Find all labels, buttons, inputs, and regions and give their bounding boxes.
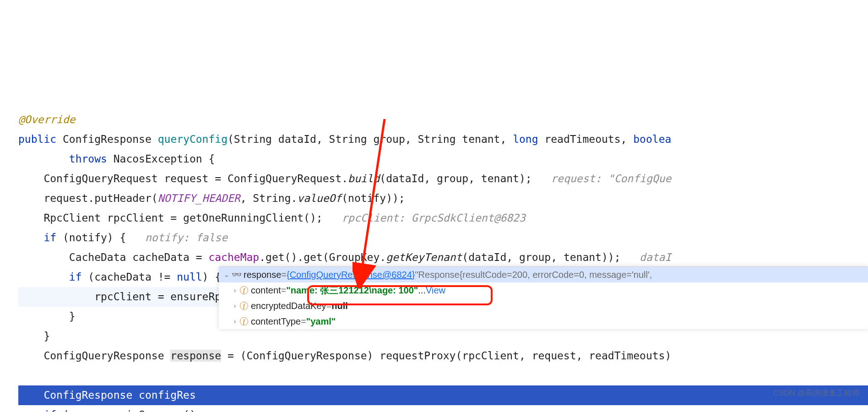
exec-line-text: ConfigResponse configRes <box>43 389 195 401</box>
debug-row-encrypted[interactable]: › f encryptedDataKey = null <box>219 298 868 314</box>
code-editor[interactable]: @Override public ConfigResponse queryCon… <box>0 79 868 412</box>
const-notify-header: NOTIFY_HEADER <box>158 192 240 204</box>
chevron-down-icon[interactable]: ⌄ <box>222 267 231 282</box>
eq2: = <box>281 282 287 298</box>
inline-hint-rpcclient: rpcClient: GrpcSdkClient@6823 <box>342 212 526 224</box>
field-icon: f <box>240 302 248 310</box>
line-3b: (dataId, group, tenant); <box>380 173 532 184</box>
field-icon: f <box>240 286 248 294</box>
chevron-right-icon[interactable]: › <box>231 314 239 329</box>
line-12a: ConfigQueryResponse <box>43 350 170 362</box>
field-cachemap: cacheMap <box>208 251 259 263</box>
line-7b: .get().get(GroupKey. <box>259 251 386 263</box>
glasses-icon: 👓 <box>232 267 242 282</box>
kw-boolean: boolea <box>633 133 671 145</box>
line-5: RpcClient rpcClient = getOneRunningClien… <box>43 212 322 224</box>
chevron-right-icon[interactable]: › <box>231 282 239 298</box>
line-8b: ) { <box>202 271 222 283</box>
eq4: = <box>301 314 306 329</box>
kw-if-1: if <box>43 232 56 244</box>
debug-row-contenttype[interactable]: › f contentType = "yaml" <box>219 314 868 329</box>
eq3: = <box>326 298 332 314</box>
line-14a: (response.isSuccess() <box>56 409 196 412</box>
chevron-right-icon[interactable]: › <box>231 298 239 314</box>
debug-val-content: "name: 张三121212\nage: 100" <box>286 282 418 298</box>
var-response: response <box>170 350 221 362</box>
line-10: } <box>69 310 76 322</box>
method-name: queryConfig <box>158 133 228 145</box>
kw-long: long <box>513 133 538 145</box>
line-11: } <box>43 330 50 342</box>
inline-hint-request: request: "ConfigQue <box>551 173 671 184</box>
inline-hint-dataid: dataI <box>640 251 671 263</box>
signature-part1: (String dataId, String group, String ten… <box>228 133 513 145</box>
debug-type-link[interactable]: {ConfigQueryResponse@6824} <box>287 267 415 282</box>
debug-var-response: response <box>244 267 281 282</box>
throws-type: NacosException { <box>107 153 215 165</box>
line-7c: (dataId, group, tenant)); <box>462 251 620 263</box>
eq: = <box>281 267 287 282</box>
watermark: CSDN @高级摸鱼工程师 <box>773 383 860 403</box>
debug-row-content[interactable]: › f content = "name: 张三121212\nage: 100"… <box>219 282 868 298</box>
debugger-tooltip[interactable]: ⌄ 👓 response = {ConfigQueryResponse@6824… <box>219 266 868 329</box>
debug-row-response[interactable]: ⌄ 👓 response = {ConfigQueryResponse@6824… <box>219 267 868 282</box>
line-4b: , String. <box>240 192 298 204</box>
kw-null: null <box>177 271 202 283</box>
debug-val-encrypted: null <box>331 298 348 314</box>
annotation: @Override <box>18 114 76 125</box>
static-call-build: build <box>348 173 380 184</box>
debug-val-contenttype: "yaml" <box>306 314 336 329</box>
kw-if-3: if <box>43 409 56 412</box>
line-12b: = (ConfigQueryResponse) requestProxy(rpc… <box>221 350 671 362</box>
line-7a: CacheData cacheData = <box>69 251 209 263</box>
field-icon: f <box>240 317 248 325</box>
inline-hint-notify: notify: false <box>145 232 228 244</box>
kw-throws: throws <box>69 153 107 165</box>
debug-response-tail: "Response{resultCode=200, errorCode=0, m… <box>415 267 652 282</box>
return-type: ConfigResponse <box>63 133 152 145</box>
line-4a: request.putHeader( <box>43 192 157 204</box>
debug-var-content: content <box>251 282 281 298</box>
static-call-getkeytenant: getKeyTenant <box>386 251 462 263</box>
debug-var-encrypted: encryptedDataKey <box>251 298 326 314</box>
view-link[interactable]: View <box>426 282 445 298</box>
line-8a: (cacheData != <box>81 271 177 283</box>
kw-if-2: if <box>69 271 82 283</box>
debug-var-contenttype: contentType <box>251 314 301 329</box>
more: ... <box>418 282 426 298</box>
line-4c: (notify)); <box>342 192 405 204</box>
signature-part2: readTimeouts, <box>538 133 634 145</box>
kw-public: public <box>18 133 56 145</box>
line-6: (notify) { <box>56 232 126 244</box>
static-call-valueof: valueOf <box>297 192 342 204</box>
line-3a: ConfigQueryRequest request = ConfigQuery… <box>43 173 348 184</box>
